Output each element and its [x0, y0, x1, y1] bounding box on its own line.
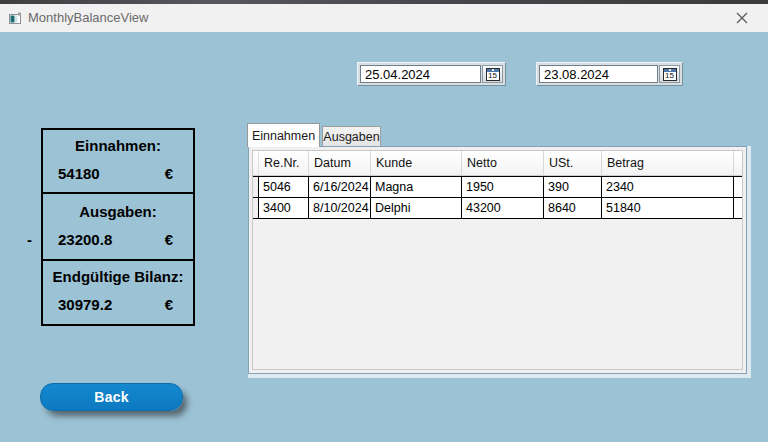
- date-from-calendar-button[interactable]: 15: [482, 65, 503, 83]
- calendar-icon-band: [487, 69, 499, 72]
- column-header-ust[interactable]: USt.: [544, 151, 602, 175]
- date-to-picker: 15: [536, 62, 683, 86]
- cell-betrag[interactable]: 2340: [602, 177, 734, 197]
- date-to-calendar-button[interactable]: 15: [659, 65, 680, 83]
- cell-ust[interactable]: 8640: [544, 198, 602, 218]
- cell-netto[interactable]: 1950: [462, 177, 544, 197]
- app-icon: [7, 10, 23, 26]
- cell-renr[interactable]: 3400: [259, 198, 309, 218]
- table-row[interactable]: 3400 8/10/2024 Delphi 43200 8640 51840: [253, 198, 742, 219]
- ausgaben-sign: -: [27, 231, 32, 248]
- bilanz-box: Endgültige Bilanz: 30979.2 €: [41, 259, 195, 326]
- cell-netto[interactable]: 43200: [462, 198, 544, 218]
- close-button[interactable]: [728, 4, 756, 32]
- column-header-betrag[interactable]: Betrag: [602, 151, 734, 175]
- date-to-input[interactable]: [539, 65, 658, 83]
- cell-ust[interactable]: 390: [544, 177, 602, 197]
- einnahmen-box: Einnahmen: 54180 €: [41, 128, 195, 194]
- column-header-renr[interactable]: Re.Nr.: [259, 151, 309, 175]
- calendar-icon-day: 15: [664, 72, 676, 80]
- ausgaben-label: Ausgaben:: [43, 203, 193, 220]
- calendar-icon-band: [664, 69, 676, 72]
- bilanz-label: Endgültige Bilanz:: [43, 268, 193, 285]
- cell-filler: [734, 198, 742, 218]
- column-header-netto[interactable]: Netto: [462, 151, 544, 175]
- einnahmen-currency: €: [165, 165, 173, 182]
- cell-datum[interactable]: 6/16/2024: [309, 177, 371, 197]
- einnahmen-label: Einnahmen:: [43, 137, 193, 154]
- date-from-input[interactable]: [360, 65, 481, 83]
- einnahmen-value: 54180: [58, 165, 100, 182]
- tab-ausgaben[interactable]: Ausgaben: [322, 126, 381, 146]
- date-from-picker: 15: [357, 62, 506, 86]
- cell-kunde[interactable]: Delphi: [371, 198, 462, 218]
- grid-header-row: Re.Nr. Datum Kunde Netto USt. Betrag: [253, 151, 742, 176]
- table-row[interactable]: 5046 6/16/2024 Magna 1950 390 2340: [253, 177, 742, 198]
- cell-filler: [734, 177, 742, 197]
- bilanz-currency: €: [165, 296, 173, 313]
- title-bar: MonthlyBalanceView: [0, 4, 768, 32]
- summary-panel: Einnahmen: 54180 € Ausgaben: - 23200.8 €…: [41, 128, 195, 326]
- bilanz-value: 30979.2: [58, 296, 112, 313]
- cell-kunde[interactable]: Magna: [371, 177, 462, 197]
- window-title: MonthlyBalanceView: [28, 4, 148, 32]
- cell-datum[interactable]: 8/10/2024: [309, 198, 371, 218]
- cell-betrag[interactable]: 51840: [602, 198, 734, 218]
- close-icon: [735, 11, 749, 25]
- ausgaben-currency: €: [165, 231, 173, 248]
- column-header-datum[interactable]: Datum: [309, 151, 371, 175]
- column-header-filler: [734, 151, 742, 175]
- back-button-label: Back: [94, 389, 128, 405]
- data-grid: Re.Nr. Datum Kunde Netto USt. Betrag 504…: [252, 150, 743, 370]
- tab-einnahmen[interactable]: Einnahmen: [247, 123, 320, 147]
- calendar-icon-day: 15: [487, 72, 499, 80]
- column-header-kunde[interactable]: Kunde: [371, 151, 462, 175]
- cell-renr[interactable]: 5046: [259, 177, 309, 197]
- tab-content-panel: Re.Nr. Datum Kunde Netto USt. Betrag 504…: [248, 146, 747, 374]
- calendar-icon: 15: [486, 68, 500, 81]
- ausgaben-box: Ausgaben: - 23200.8 €: [41, 192, 195, 261]
- ausgaben-value: 23200.8: [58, 231, 112, 248]
- calendar-icon: 15: [663, 68, 677, 81]
- back-button[interactable]: Back: [40, 383, 183, 411]
